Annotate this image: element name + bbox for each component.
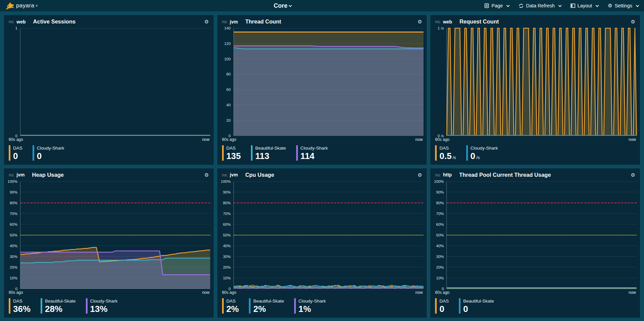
chevron-down-icon xyxy=(289,4,292,7)
namespace-key: ns: xyxy=(222,19,228,24)
panel-settings-gear-icon[interactable]: ⚙ xyxy=(204,19,209,24)
dashboard-grid: ns: web Active Sessions ⚙ 10 60s ago now… xyxy=(0,11,644,321)
legend-text: DAS0 xyxy=(439,298,449,314)
y-axis-tick: 60 xyxy=(226,88,231,92)
legend-item[interactable]: Beautiful-Skate2% xyxy=(249,298,284,314)
legend-item[interactable]: Cloudy-Shark114 xyxy=(296,145,328,161)
panel-header: ns: web Active Sessions ⚙ xyxy=(4,15,214,26)
y-axis-tick: 20% xyxy=(436,265,444,269)
legend-text: DAS135 xyxy=(226,145,241,161)
legend-item[interactable]: DAS0.5/s xyxy=(435,145,456,161)
legend-series-name: Cloudy-Shark xyxy=(90,299,118,304)
legend-text: DAS2% xyxy=(226,298,239,314)
y-axis-labels: 100%90%80%70%60%50%40%30%20%10%0 xyxy=(430,181,446,289)
menu-page[interactable]: Page xyxy=(484,3,509,8)
legend: DAS0Beautiful-Skate0 xyxy=(430,296,640,318)
namespace-key: ns: xyxy=(9,19,14,24)
legend-item[interactable]: DAS0 xyxy=(9,145,22,161)
chart-area: 10 xyxy=(4,26,214,136)
y-axis-tick: 30% xyxy=(436,255,444,259)
page-title-dropdown[interactable]: Core xyxy=(274,2,291,9)
legend-series-name: Beautiful-Skate xyxy=(253,299,284,304)
x-axis-labels: 60s ago now xyxy=(430,289,640,296)
legend-color-bar xyxy=(435,298,437,314)
y-axis-tick: 80% xyxy=(436,201,444,205)
menu-settings[interactable]: ⚙ Settings xyxy=(608,3,639,9)
legend-item[interactable]: Beautiful-Skate0 xyxy=(459,298,494,314)
legend-series-name: DAS xyxy=(13,299,31,304)
x-axis-start-label: 60s ago xyxy=(9,137,23,143)
top-navigation-bar: payara ® Core Page xyxy=(0,0,644,11)
chevron-down-icon xyxy=(506,4,510,7)
menu-layout[interactable]: Layout xyxy=(571,3,599,8)
y-axis-tick: 90% xyxy=(436,190,444,194)
legend-item[interactable]: Cloudy-Shark0/s xyxy=(466,145,498,161)
panel-header: ns: jvm Cpu Usage ⚙ xyxy=(217,168,427,179)
legend-item[interactable]: Cloudy-Shark13% xyxy=(86,298,118,314)
legend-item[interactable]: DAS36% xyxy=(9,298,31,314)
chart-panel: ns: http Thread Pool Current Thread Usag… xyxy=(430,168,640,318)
legend-text: Cloudy-Shark0/s xyxy=(471,145,498,161)
layout-icon xyxy=(571,3,575,8)
legend-series-value: 13% xyxy=(90,305,118,313)
y-axis-labels: 100%90%80%70%60%50%40%30%20%10%0 xyxy=(4,181,20,289)
x-axis-start-label: 60s ago xyxy=(435,290,449,296)
legend-series-name: Beautiful-Skate xyxy=(463,299,494,304)
chart-panel: ns: jvm Cpu Usage ⚙ 100%90%80%70%60%50%4… xyxy=(217,168,427,318)
menu-layout-label: Layout xyxy=(578,3,592,8)
chart-area: 100%90%80%70%60%50%40%30%20%10%0 xyxy=(430,179,640,289)
panel-settings-gear-icon[interactable]: ⚙ xyxy=(418,172,422,177)
legend-item[interactable]: Beautiful-Skate28% xyxy=(41,298,76,314)
y-axis-tick: 70% xyxy=(10,212,17,216)
legend-color-bar xyxy=(9,298,10,314)
legend-color-bar xyxy=(435,145,437,161)
legend-text: Beautiful-Skate2% xyxy=(253,298,284,314)
x-axis-end-label: now xyxy=(629,137,636,143)
legend-item[interactable]: DAS2% xyxy=(222,298,239,314)
legend-item[interactable]: Cloudy-Shark0 xyxy=(33,145,64,161)
plot-area xyxy=(446,28,637,136)
x-axis-start-label: 60s ago xyxy=(9,290,23,296)
topbar-menus: Page Data Refresh Layout xyxy=(475,3,639,9)
payara-logo[interactable]: payara ® xyxy=(5,1,38,10)
legend-series-name: Cloudy-Shark xyxy=(299,299,326,304)
panel-settings-gear-icon[interactable]: ⚙ xyxy=(631,19,635,24)
legend-color-bar xyxy=(459,298,461,314)
y-axis-tick: 60% xyxy=(10,222,17,226)
legend-series-name: Cloudy-Shark xyxy=(37,146,64,151)
panel-settings-gear-icon[interactable]: ⚙ xyxy=(631,172,635,177)
y-axis-labels: 100%90%80%70%60%50%40%30%20%10%0 xyxy=(217,181,233,289)
y-axis-tick: 50% xyxy=(10,233,17,237)
namespace-value: web xyxy=(16,19,25,24)
legend-color-bar xyxy=(296,145,298,161)
legend-text: DAS0.5/s xyxy=(439,145,456,161)
chart-area: 100%90%80%70%60%50%40%30%20%10%0 xyxy=(217,179,427,289)
legend-item[interactable]: Cloudy-Shark1% xyxy=(294,298,326,314)
x-axis-start-label: 60s ago xyxy=(222,290,236,296)
menu-data-refresh[interactable]: Data Refresh xyxy=(519,3,561,8)
chart-area: 100%90%80%70%60%50%40%30%20%10%0 xyxy=(4,179,214,289)
x-axis-end-label: now xyxy=(415,290,423,296)
x-axis-end-label: now xyxy=(202,137,210,143)
legend-color-bar xyxy=(249,298,251,314)
y-axis-tick: 120 xyxy=(224,42,230,46)
y-axis-tick: 20 xyxy=(226,118,231,122)
legend-series-name: DAS xyxy=(226,146,241,151)
x-axis-end-label: now xyxy=(629,290,636,296)
legend-series-value: 0 xyxy=(463,305,494,313)
gridline xyxy=(20,288,210,289)
legend-series-unit: /s xyxy=(452,155,456,160)
chart-area: 1 /s0 /s xyxy=(430,26,640,136)
panel-settings-gear-icon[interactable]: ⚙ xyxy=(204,172,209,177)
panel-settings-gear-icon[interactable]: ⚙ xyxy=(418,19,422,24)
legend-item[interactable]: Beautiful-Skate113 xyxy=(251,145,286,161)
y-axis-labels: 1 /s0 /s xyxy=(430,28,446,136)
y-axis-tick: 90% xyxy=(223,190,231,194)
x-axis-labels: 60s ago now xyxy=(217,136,427,143)
legend-item[interactable]: DAS135 xyxy=(222,145,241,161)
legend-item[interactable]: DAS0 xyxy=(435,298,449,314)
y-axis-tick: 40% xyxy=(223,244,231,248)
namespace-key: ns: xyxy=(435,172,441,177)
refresh-icon xyxy=(519,3,524,8)
chart-canvas xyxy=(447,28,637,136)
